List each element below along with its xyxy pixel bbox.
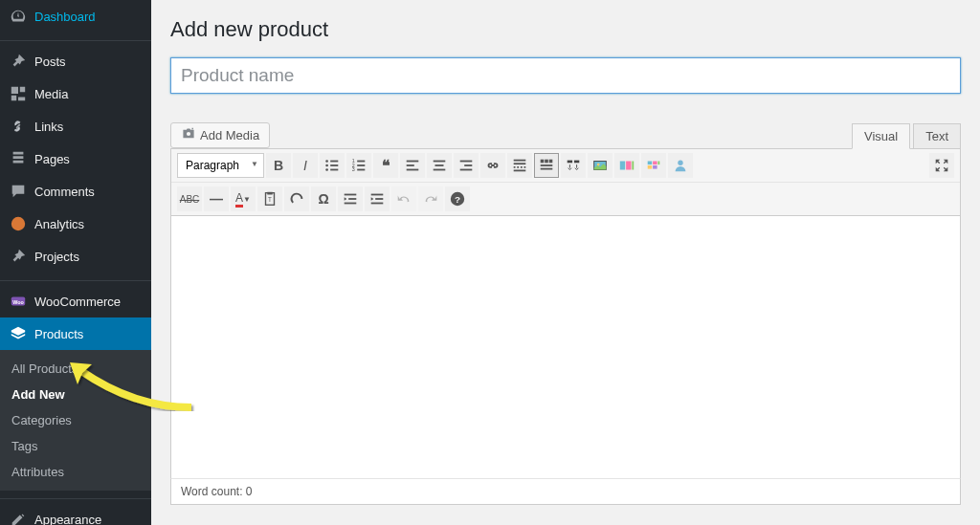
sidebar-item-posts[interactable]: Posts	[0, 45, 151, 77]
outdent-button[interactable]	[338, 186, 363, 211]
read-more-button[interactable]	[507, 153, 532, 178]
svg-rect-40	[653, 162, 657, 165]
align-left-button[interactable]	[400, 153, 425, 178]
toolbar-toggle-button[interactable]	[534, 153, 559, 178]
svg-point-7	[325, 168, 328, 171]
editor-toolbar-row-1: Paragraph B I 123 ❝	[171, 149, 960, 183]
grid-button[interactable]	[641, 153, 666, 178]
svg-rect-46	[267, 192, 272, 195]
svg-rect-29	[549, 160, 553, 164]
add-media-button[interactable]: Add Media	[170, 122, 270, 148]
indent-button[interactable]	[365, 186, 390, 211]
submenu-categories[interactable]: Categories	[0, 407, 151, 433]
svg-rect-26	[514, 170, 526, 172]
sidebar-item-media[interactable]: Media	[0, 77, 151, 110]
svg-rect-41	[658, 162, 660, 165]
svg-rect-39	[648, 162, 653, 165]
paste-text-button[interactable]: T	[257, 186, 282, 211]
svg-rect-48	[345, 194, 357, 196]
tab-visual[interactable]: Visual	[852, 123, 910, 149]
clear-formatting-button[interactable]	[284, 186, 309, 211]
svg-rect-30	[541, 164, 553, 166]
comment-icon	[10, 183, 27, 200]
svg-rect-4	[330, 161, 338, 163]
strikethrough-button[interactable]: ABC	[177, 186, 202, 211]
appearance-icon	[10, 511, 27, 525]
sidebar-item-dashboard[interactable]: Dashboard	[0, 0, 151, 33]
svg-rect-51	[371, 194, 384, 196]
svg-rect-37	[626, 162, 631, 170]
svg-rect-31	[541, 168, 553, 170]
svg-rect-6	[330, 164, 338, 166]
svg-rect-15	[407, 161, 419, 163]
redo-button[interactable]	[418, 186, 443, 211]
svg-rect-20	[434, 169, 446, 171]
undo-button[interactable]	[391, 186, 416, 211]
editor-area: Add Media Visual Text Paragraph B I 123 …	[170, 122, 961, 505]
link-button[interactable]	[480, 153, 505, 178]
page-title: Add new product	[170, 17, 961, 42]
submenu-add-new[interactable]: Add New	[0, 382, 151, 407]
sidebar-label: Media	[34, 87, 68, 101]
sidebar-label: Comments	[34, 185, 95, 199]
svg-rect-24	[514, 160, 526, 162]
text-color-button[interactable]: A ▼	[231, 186, 256, 211]
svg-rect-27	[541, 160, 545, 164]
svg-rect-32	[568, 161, 572, 164]
columns-button[interactable]	[561, 153, 586, 178]
fullscreen-button[interactable]	[929, 153, 954, 178]
sidebar-item-analytics[interactable]: Analytics	[0, 208, 151, 240]
bullet-list-button[interactable]	[320, 153, 345, 178]
sidebar-label: Links	[34, 120, 63, 134]
submenu-all-products[interactable]: All Products	[0, 356, 151, 382]
sidebar-item-products[interactable]: Products	[0, 317, 151, 350]
align-right-button[interactable]	[454, 153, 479, 178]
sidebar-item-links[interactable]: Links	[0, 110, 151, 142]
svg-rect-52	[375, 198, 383, 200]
format-select[interactable]: Paragraph	[177, 153, 264, 178]
sidebar-item-comments[interactable]: Comments	[0, 175, 151, 208]
bold-button[interactable]: B	[266, 153, 291, 178]
svg-rect-50	[345, 203, 357, 205]
blockquote-button[interactable]: ❝	[373, 153, 398, 178]
svg-rect-53	[371, 203, 384, 205]
sidebar-label: Projects	[34, 250, 79, 264]
svg-rect-16	[407, 164, 414, 166]
analytics-icon	[10, 215, 27, 232]
submenu-attributes[interactable]: Attributes	[0, 459, 151, 485]
svg-text:Woo: Woo	[12, 299, 24, 305]
numbered-list-button[interactable]: 123	[346, 153, 371, 178]
sidebar-item-pages[interactable]: Pages	[0, 142, 151, 175]
horizontal-rule-button[interactable]: —	[204, 186, 229, 211]
products-icon	[10, 325, 27, 342]
user-button[interactable]	[668, 153, 693, 178]
help-button[interactable]: ?	[445, 186, 470, 211]
submenu-tags[interactable]: Tags	[0, 433, 151, 459]
sidebar-item-projects[interactable]: Projects	[0, 240, 151, 273]
special-char-button[interactable]: Ω	[311, 186, 336, 211]
sidebar-item-appearance[interactable]: Appearance	[0, 503, 151, 525]
svg-point-5	[325, 164, 328, 167]
svg-rect-33	[574, 161, 579, 164]
italic-button[interactable]: I	[293, 153, 318, 178]
gallery-button[interactable]	[588, 153, 612, 178]
svg-rect-38	[632, 162, 634, 170]
svg-rect-14	[357, 169, 365, 171]
editor-canvas[interactable]	[170, 216, 961, 478]
sidebar-label: WooCommerce	[34, 295, 121, 309]
svg-point-44	[678, 161, 682, 165]
sidebar-submenu: All Products Add New Categories Tags Att…	[0, 350, 151, 491]
svg-rect-23	[460, 169, 473, 171]
camera-music-icon	[181, 127, 196, 143]
slideshow-button[interactable]	[614, 153, 639, 178]
svg-rect-12	[357, 164, 365, 166]
product-name-input[interactable]	[170, 57, 961, 94]
tab-text[interactable]: Text	[913, 123, 961, 148]
svg-rect-19	[435, 164, 444, 166]
align-center-button[interactable]	[427, 153, 452, 178]
svg-rect-25	[514, 163, 526, 164]
pin-icon	[10, 248, 27, 265]
sidebar-item-woocommerce[interactable]: Woo WooCommerce	[0, 285, 151, 317]
add-media-label: Add Media	[200, 128, 259, 142]
sidebar-label: Products	[34, 327, 83, 341]
